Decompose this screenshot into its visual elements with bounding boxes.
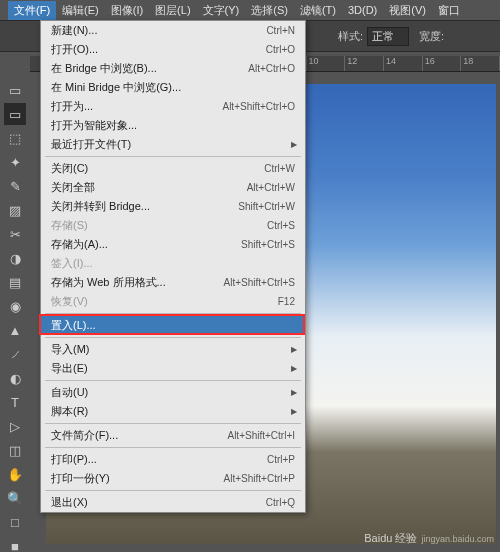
tool-3[interactable]: ✦ [4,151,26,173]
menu-item-label: 打开为... [51,99,222,114]
menu-separator [45,423,301,424]
tool-4[interactable]: ✎ [4,175,26,197]
menu-item[interactable]: 关闭(C)Ctrl+W [41,159,305,178]
menu-item[interactable]: 退出(X)Ctrl+Q [41,493,305,512]
menu-separator [45,380,301,381]
menu-item-label: 导入(M) [51,342,295,357]
tool-13[interactable]: T [4,391,26,413]
menu-item-label: 退出(X) [51,495,266,510]
menu-item[interactable]: 打印(P)...Ctrl+P [41,450,305,469]
menubar-item-5[interactable]: 选择(S) [245,1,294,20]
menu-item-label: 新建(N)... [51,23,266,38]
menubar-item-4[interactable]: 文字(Y) [197,1,246,20]
menu-item-shortcut: Ctrl+W [264,163,295,174]
ruler-tick: 14 [384,56,423,71]
tool-7[interactable]: ◑ [4,247,26,269]
menu-item[interactable]: 新建(N)...Ctrl+N [41,21,305,40]
ruler-tick: 10 [307,56,346,71]
menu-item[interactable]: 最近打开文件(T) [41,135,305,154]
menu-item-shortcut: Ctrl+P [267,454,295,465]
menu-item-label: 置入(L)... [51,318,295,333]
tool-6[interactable]: ✂ [4,223,26,245]
menu-item-label: 打开为智能对象... [51,118,295,133]
tool-12[interactable]: ◐ [4,367,26,389]
tool-9[interactable]: ◉ [4,295,26,317]
menu-item[interactable]: 关闭全部Alt+Ctrl+W [41,178,305,197]
menu-item-shortcut: Alt+Shift+Ctrl+P [224,473,295,484]
menu-item: 恢复(V)F12 [41,292,305,311]
menubar: 文件(F)编辑(E)图像(I)图层(L)文字(Y)选择(S)滤镜(T)3D(D)… [0,0,500,20]
menu-item[interactable]: 置入(L)... [41,316,305,335]
menu-item[interactable]: 存储为(A)...Shift+Ctrl+S [41,235,305,254]
tool-panel: ▭▭⬚✦✎▨✂◑▤◉▲⟋◐T▷◫✋🔍□■⊡ [0,52,30,552]
tool-11[interactable]: ⟋ [4,343,26,365]
menu-item-shortcut: Ctrl+O [266,44,295,55]
menu-item-label: 签入(I)... [51,256,295,271]
menu-item[interactable]: 打印一份(Y)Alt+Shift+Ctrl+P [41,469,305,488]
menu-item-label: 打开(O)... [51,42,266,57]
menu-item: 签入(I)... [41,254,305,273]
menu-item-label: 关闭全部 [51,180,247,195]
tool-17[interactable]: 🔍 [4,487,26,509]
menu-item-label: 存储为 Web 所用格式... [51,275,224,290]
menubar-item-0[interactable]: 文件(F) [8,1,56,20]
watermark-url: jingyan.baidu.com [421,534,494,544]
menubar-item-1[interactable]: 编辑(E) [56,1,105,20]
menu-separator [45,156,301,157]
menu-item[interactable]: 关闭并转到 Bridge...Shift+Ctrl+W [41,197,305,216]
menubar-item-8[interactable]: 视图(V) [383,1,432,20]
tool-14[interactable]: ▷ [4,415,26,437]
tool-16[interactable]: ✋ [4,463,26,485]
menubar-item-3[interactable]: 图层(L) [149,1,196,20]
menu-separator [45,447,301,448]
menu-separator [45,313,301,314]
menu-item-shortcut: Alt+Shift+Ctrl+S [224,277,295,288]
tool-19[interactable]: ■ [4,535,26,552]
tool-2[interactable]: ⬚ [4,127,26,149]
menu-item-shortcut: Shift+Ctrl+W [238,201,295,212]
tool-15[interactable]: ◫ [4,439,26,461]
menu-item-shortcut: Alt+Shift+Ctrl+O [222,101,295,112]
ruler-tick: 12 [345,56,384,71]
menu-item: 存储(S)Ctrl+S [41,216,305,235]
menu-item-label: 恢复(V) [51,294,278,309]
menubar-item-9[interactable]: 窗口 [432,1,466,20]
style-select[interactable]: 正常 [367,27,409,46]
tool-18[interactable]: □ [4,511,26,533]
menu-item[interactable]: 打开(O)...Ctrl+O [41,40,305,59]
watermark-brand: Baidu 经验 [364,531,417,546]
menu-separator [45,490,301,491]
width-label: 宽度: [419,29,444,44]
menu-item[interactable]: 打开为智能对象... [41,116,305,135]
tool-0[interactable]: ▭ [4,79,26,101]
menu-item-shortcut: Shift+Ctrl+S [241,239,295,250]
menu-item[interactable]: 导出(E) [41,359,305,378]
tool-10[interactable]: ▲ [4,319,26,341]
tool-5[interactable]: ▨ [4,199,26,221]
menubar-item-2[interactable]: 图像(I) [105,1,149,20]
menu-item[interactable]: 自动(U) [41,383,305,402]
menu-item-shortcut: Ctrl+Q [266,497,295,508]
menu-item-label: 文件简介(F)... [51,428,227,443]
ruler-tick: 18 [461,56,500,71]
menu-item[interactable]: 在 Mini Bridge 中浏览(G)... [41,78,305,97]
menu-item[interactable]: 存储为 Web 所用格式...Alt+Shift+Ctrl+S [41,273,305,292]
menu-item-shortcut: Ctrl+S [267,220,295,231]
menu-item[interactable]: 打开为...Alt+Shift+Ctrl+O [41,97,305,116]
menubar-item-7[interactable]: 3D(D) [342,2,383,18]
tool-1[interactable]: ▭ [4,103,26,125]
menu-item-label: 存储(S) [51,218,267,233]
tool-8[interactable]: ▤ [4,271,26,293]
menubar-item-6[interactable]: 滤镜(T) [294,1,342,20]
style-label: 样式: [338,29,363,44]
menu-item-shortcut: Alt+Shift+Ctrl+I [227,430,295,441]
menu-item[interactable]: 导入(M) [41,340,305,359]
menu-item[interactable]: 文件简介(F)...Alt+Shift+Ctrl+I [41,426,305,445]
menu-item-label: 关闭(C) [51,161,264,176]
menu-item-label: 关闭并转到 Bridge... [51,199,238,214]
menu-item-label: 存储为(A)... [51,237,241,252]
menu-item[interactable]: 脚本(R) [41,402,305,421]
menu-item-label: 在 Bridge 中浏览(B)... [51,61,248,76]
ruler-tick: 16 [423,56,462,71]
menu-item[interactable]: 在 Bridge 中浏览(B)...Alt+Ctrl+O [41,59,305,78]
